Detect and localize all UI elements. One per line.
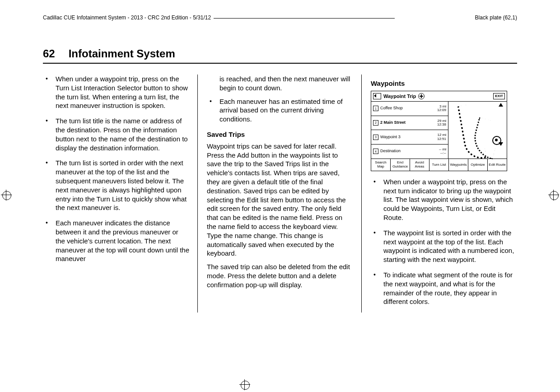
bullet-item: Each maneuver has an estimated time of a… (207, 97, 353, 124)
continuation-text: is reached, and then the next maneuver w… (207, 75, 353, 93)
turn-list-button[interactable]: Turn List (429, 159, 449, 171)
waypoint-number-icon: 2 (373, 120, 378, 126)
ui-title: Waypoint Trip (383, 93, 416, 100)
bullet-item: The turn list is sorted in order with th… (43, 159, 189, 212)
column-1: When under a waypoint trip, press on the… (43, 75, 198, 313)
bullet-item: The turn list title is the name or addre… (43, 117, 189, 152)
bullet-item: When under a waypoint trip, press on the… (43, 75, 189, 110)
header-rule (214, 18, 394, 19)
back-icon[interactable] (373, 93, 381, 99)
scroll-up-icon[interactable] (499, 103, 503, 107)
list-item[interactable]: 1 Coffee Shop 3 mi12:09 (371, 102, 448, 116)
page-title: Infotainment System (69, 47, 175, 60)
register-mark-bottom-icon (239, 379, 250, 390)
saved-trips-para: The saved trip can also be deleted from … (207, 262, 353, 289)
waypoint-name: Waypoint 3 (380, 135, 401, 140)
bullet-item: The waypoint list is sorted in order wit… (371, 229, 517, 264)
saved-trips-para: Waypoint trips can be saved for later re… (207, 142, 353, 258)
print-header: Cadillac CUE Infotainment System - 2013 … (43, 13, 517, 23)
saved-trips-heading: Saved Trips (207, 130, 353, 139)
bullet-item: When under a waypoint trip, press on the… (371, 177, 517, 222)
page-number: 62 (43, 47, 55, 60)
waypoint-time: 12:51 (437, 137, 446, 141)
avoid-areas-button[interactable]: Avoid Areas (410, 159, 429, 171)
waypoint-time: 12:38 (437, 122, 446, 126)
waypoint-number-icon: 3 (373, 135, 378, 140)
register-mark-right-icon (548, 190, 559, 201)
ui-titlebar: Waypoint Trip EXIT (371, 91, 507, 102)
column-2: is reached, and then the next maneuver w… (207, 75, 362, 313)
waypoint-name: 2 Main Street (380, 120, 406, 126)
scroll-down-icon[interactable] (499, 142, 503, 146)
waypoint-name: Coffee Shop (380, 106, 403, 111)
bullet-item: Each maneuver indicates the distance bet… (43, 219, 189, 263)
list-item[interactable]: 2 2 Main Street 29 mi12:38 (371, 116, 448, 131)
list-item[interactable]: 4 Destination -- mi--:-- (371, 145, 448, 159)
waypoint-name: Destination (380, 149, 401, 154)
page-header: 62 Infotainment System (43, 47, 517, 64)
end-guidance-button[interactable]: End Guidance (391, 159, 410, 171)
register-mark-left-icon (1, 190, 12, 201)
add-icon[interactable] (418, 93, 425, 99)
exit-button[interactable]: EXIT (493, 93, 505, 100)
plate-label: Black plate (62,1) (475, 14, 517, 21)
bullet-item: To indicate what segment of the route is… (371, 271, 517, 306)
waypoint-trip-screenshot: Waypoint Trip EXIT 1 Coffee Shop 3 mi12:… (371, 91, 507, 171)
content-columns: When under a waypoint trip, press on the… (43, 75, 517, 313)
waypoints-heading: Waypoints (371, 79, 517, 88)
ui-button-bar: Search Map End Guidance Avoid Areas Turn… (371, 159, 507, 171)
edit-route-button[interactable]: Edit Route (488, 159, 507, 171)
waypoints-button[interactable]: Waypoints (449, 159, 468, 171)
optimize-button[interactable]: Optimize (468, 159, 488, 171)
waypoint-list: 1 Coffee Shop 3 mi12:09 2 2 Main Street … (371, 102, 448, 159)
waypoint-number-icon: 4 (373, 149, 378, 154)
column-3: Waypoints Waypoint Trip EXIT 1 Coffee Sh… (371, 75, 517, 313)
map-preview (448, 102, 507, 159)
waypoint-time: --:-- (440, 151, 446, 155)
waypoint-number-icon: 1 (373, 106, 378, 111)
search-map-button[interactable]: Search Map (371, 159, 391, 171)
doc-header: Cadillac CUE Infotainment System - 2013 … (43, 14, 211, 21)
waypoint-time: 12:09 (437, 108, 446, 112)
list-item[interactable]: 3 Waypoint 3 12 mi12:51 (371, 130, 448, 145)
